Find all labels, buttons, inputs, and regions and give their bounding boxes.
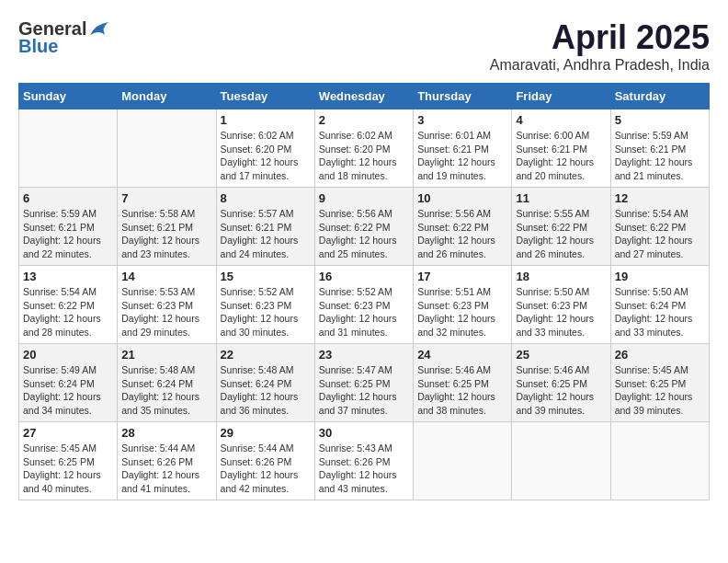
calendar-header-row: Sunday Monday Tuesday Wednesday Thursday…	[19, 84, 710, 109]
day-info: Sunrise: 5:59 AMSunset: 6:21 PMDaylight:…	[23, 207, 113, 261]
day-info: Sunrise: 5:52 AMSunset: 6:23 PMDaylight:…	[221, 285, 311, 339]
day-number: 6	[23, 191, 113, 205]
day-number: 26	[615, 348, 705, 362]
calendar-week-row: 13Sunrise: 5:54 AMSunset: 6:22 PMDayligh…	[19, 266, 710, 344]
day-number: 12	[615, 191, 705, 205]
day-info: Sunrise: 5:57 AMSunset: 6:21 PMDaylight:…	[221, 207, 311, 261]
day-number: 2	[319, 113, 409, 127]
logo-blue-text: Blue	[18, 36, 58, 57]
table-row: 5Sunrise: 5:59 AMSunset: 6:21 PMDaylight…	[610, 109, 709, 188]
table-row: 30Sunrise: 5:43 AMSunset: 6:26 PMDayligh…	[314, 422, 413, 500]
table-row: 25Sunrise: 5:46 AMSunset: 6:25 PMDayligh…	[512, 344, 610, 422]
col-saturday: Saturday	[610, 84, 709, 109]
table-row: 29Sunrise: 5:44 AMSunset: 6:26 PMDayligh…	[216, 422, 314, 500]
day-info: Sunrise: 6:00 AMSunset: 6:21 PMDaylight:…	[516, 129, 606, 183]
day-number: 1	[221, 113, 311, 127]
table-row: 4Sunrise: 6:00 AMSunset: 6:21 PMDaylight…	[512, 109, 610, 188]
day-number: 17	[417, 270, 507, 283]
table-row: 3Sunrise: 6:01 AMSunset: 6:21 PMDaylight…	[414, 109, 512, 188]
day-number: 5	[615, 113, 705, 127]
day-number: 30	[319, 426, 409, 440]
day-number: 7	[121, 191, 211, 205]
day-number: 13	[23, 270, 113, 283]
day-number: 3	[417, 113, 507, 127]
day-info: Sunrise: 5:49 AMSunset: 6:24 PMDaylight:…	[23, 363, 113, 418]
table-row: 13Sunrise: 5:54 AMSunset: 6:22 PMDayligh…	[19, 266, 118, 344]
day-number: 14	[121, 270, 211, 283]
day-info: Sunrise: 5:55 AMSunset: 6:22 PMDaylight:…	[516, 207, 606, 261]
day-info: Sunrise: 6:02 AMSunset: 6:20 PMDaylight:…	[319, 129, 409, 183]
day-number: 19	[615, 270, 705, 283]
day-number: 25	[516, 348, 606, 362]
month-title: April 2025	[490, 18, 710, 57]
day-info: Sunrise: 5:54 AMSunset: 6:22 PMDaylight:…	[615, 207, 705, 261]
day-info: Sunrise: 5:46 AMSunset: 6:25 PMDaylight:…	[417, 363, 507, 418]
table-row	[610, 422, 709, 500]
day-info: Sunrise: 5:44 AMSunset: 6:26 PMDaylight:…	[121, 442, 211, 496]
logo-bird-icon	[88, 22, 108, 37]
table-row: 27Sunrise: 5:45 AMSunset: 6:25 PMDayligh…	[19, 422, 118, 500]
table-row	[512, 422, 610, 500]
table-row	[19, 109, 118, 188]
day-info: Sunrise: 6:01 AMSunset: 6:21 PMDaylight:…	[417, 129, 507, 183]
day-info: Sunrise: 5:52 AMSunset: 6:23 PMDaylight:…	[319, 285, 409, 339]
table-row: 2Sunrise: 6:02 AMSunset: 6:20 PMDaylight…	[314, 109, 413, 188]
table-row: 19Sunrise: 5:50 AMSunset: 6:24 PMDayligh…	[610, 266, 709, 344]
day-info: Sunrise: 5:51 AMSunset: 6:23 PMDaylight:…	[417, 285, 507, 339]
table-row: 17Sunrise: 5:51 AMSunset: 6:23 PMDayligh…	[414, 266, 512, 344]
table-row: 16Sunrise: 5:52 AMSunset: 6:23 PMDayligh…	[314, 266, 413, 344]
day-info: Sunrise: 5:48 AMSunset: 6:24 PMDaylight:…	[221, 363, 311, 418]
table-row: 24Sunrise: 5:46 AMSunset: 6:25 PMDayligh…	[414, 344, 512, 422]
day-number: 18	[516, 270, 606, 283]
table-row: 1Sunrise: 6:02 AMSunset: 6:20 PMDaylight…	[216, 109, 314, 188]
col-tuesday: Tuesday	[216, 84, 314, 109]
day-info: Sunrise: 5:54 AMSunset: 6:22 PMDaylight:…	[23, 285, 113, 339]
calendar-table: Sunday Monday Tuesday Wednesday Thursday…	[18, 83, 710, 500]
calendar-week-row: 1Sunrise: 6:02 AMSunset: 6:20 PMDaylight…	[19, 109, 710, 188]
location-subtitle: Amaravati, Andhra Pradesh, India	[490, 57, 710, 74]
day-info: Sunrise: 5:58 AMSunset: 6:21 PMDaylight:…	[121, 207, 211, 261]
table-row: 15Sunrise: 5:52 AMSunset: 6:23 PMDayligh…	[216, 266, 314, 344]
day-info: Sunrise: 6:02 AMSunset: 6:20 PMDaylight:…	[221, 129, 311, 183]
col-monday: Monday	[118, 84, 216, 109]
day-number: 22	[221, 348, 311, 362]
table-row: 22Sunrise: 5:48 AMSunset: 6:24 PMDayligh…	[216, 344, 314, 422]
day-number: 29	[221, 426, 311, 440]
day-number: 20	[23, 348, 113, 362]
day-number: 21	[121, 348, 211, 362]
calendar-week-row: 27Sunrise: 5:45 AMSunset: 6:25 PMDayligh…	[19, 422, 710, 500]
day-number: 15	[221, 270, 311, 283]
table-row: 6Sunrise: 5:59 AMSunset: 6:21 PMDaylight…	[19, 188, 118, 266]
table-row: 12Sunrise: 5:54 AMSunset: 6:22 PMDayligh…	[610, 188, 709, 266]
day-info: Sunrise: 5:56 AMSunset: 6:22 PMDaylight:…	[319, 207, 409, 261]
day-number: 4	[516, 113, 606, 127]
day-info: Sunrise: 5:53 AMSunset: 6:23 PMDaylight:…	[121, 285, 211, 339]
calendar-week-row: 6Sunrise: 5:59 AMSunset: 6:21 PMDaylight…	[19, 188, 710, 266]
day-info: Sunrise: 5:46 AMSunset: 6:25 PMDaylight:…	[516, 363, 606, 418]
day-number: 9	[319, 191, 409, 205]
day-number: 10	[417, 191, 507, 205]
day-info: Sunrise: 5:43 AMSunset: 6:26 PMDaylight:…	[319, 442, 409, 496]
table-row: 23Sunrise: 5:47 AMSunset: 6:25 PMDayligh…	[314, 344, 413, 422]
table-row: 14Sunrise: 5:53 AMSunset: 6:23 PMDayligh…	[118, 266, 216, 344]
day-number: 8	[221, 191, 311, 205]
day-info: Sunrise: 5:59 AMSunset: 6:21 PMDaylight:…	[615, 129, 705, 183]
table-row: 21Sunrise: 5:48 AMSunset: 6:24 PMDayligh…	[118, 344, 216, 422]
table-row: 7Sunrise: 5:58 AMSunset: 6:21 PMDaylight…	[118, 188, 216, 266]
col-friday: Friday	[512, 84, 610, 109]
day-number: 16	[319, 270, 409, 283]
day-info: Sunrise: 5:45 AMSunset: 6:25 PMDaylight:…	[23, 442, 113, 496]
day-info: Sunrise: 5:50 AMSunset: 6:24 PMDaylight:…	[615, 285, 705, 339]
day-info: Sunrise: 5:44 AMSunset: 6:26 PMDaylight:…	[221, 442, 311, 496]
day-number: 27	[23, 426, 113, 440]
calendar-week-row: 20Sunrise: 5:49 AMSunset: 6:24 PMDayligh…	[19, 344, 710, 422]
day-number: 23	[319, 348, 409, 362]
day-info: Sunrise: 5:45 AMSunset: 6:25 PMDaylight:…	[615, 363, 705, 418]
col-thursday: Thursday	[414, 84, 512, 109]
page-header: General Blue April 2025 Amaravati, Andhr…	[18, 18, 710, 74]
day-number: 28	[121, 426, 211, 440]
day-number: 24	[417, 348, 507, 362]
col-sunday: Sunday	[19, 84, 118, 109]
table-row: 26Sunrise: 5:45 AMSunset: 6:25 PMDayligh…	[610, 344, 709, 422]
table-row: 18Sunrise: 5:50 AMSunset: 6:23 PMDayligh…	[512, 266, 610, 344]
